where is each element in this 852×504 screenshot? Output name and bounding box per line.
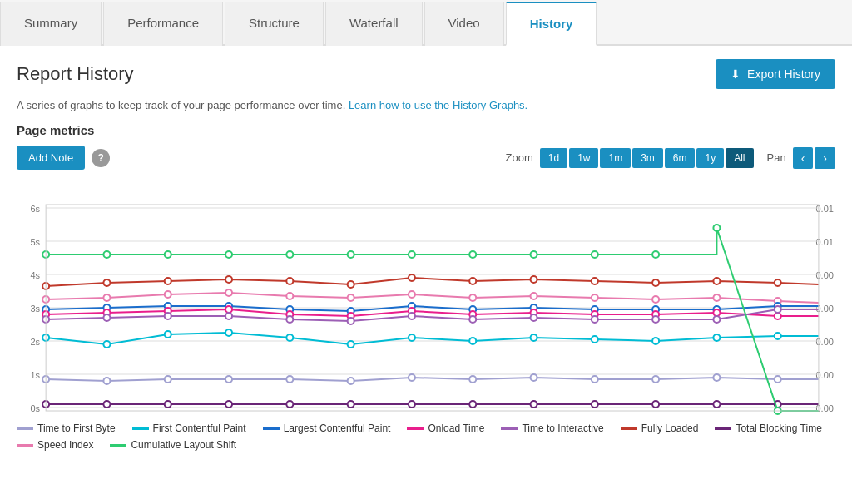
- svg-point-38: [286, 278, 293, 284]
- svg-point-107: [531, 334, 537, 341]
- add-note-button[interactable]: Add Note: [17, 146, 85, 170]
- svg-point-93: [469, 316, 476, 323]
- svg-point-136: [713, 401, 720, 408]
- svg-point-134: [592, 401, 598, 408]
- svg-point-46: [775, 279, 781, 286]
- chart-legend: Time to First Byte First Contentful Pain…: [17, 422, 835, 451]
- chart-area: 0s 1s 2s 3s 4s 5s 6s 0.00 0.00 0.00 0.00…: [17, 175, 835, 416]
- svg-point-129: [286, 401, 293, 408]
- svg-point-105: [409, 334, 415, 341]
- svg-text:Apr 10: Apr 10: [276, 414, 304, 416]
- svg-text:2s: 2s: [30, 337, 40, 347]
- svg-point-92: [409, 313, 415, 319]
- svg-point-148: [652, 251, 659, 258]
- legend-fcp: First Contentful Paint: [132, 422, 246, 434]
- help-button[interactable]: ?: [92, 149, 110, 167]
- svg-point-117: [348, 378, 354, 384]
- pan-right-button[interactable]: ›: [815, 147, 835, 169]
- svg-point-121: [592, 376, 598, 383]
- legend-tbt: Total Blocking Time: [715, 422, 821, 434]
- svg-point-120: [531, 374, 537, 381]
- zoom-1w[interactable]: 1w: [569, 148, 598, 168]
- svg-text:6s: 6s: [30, 204, 40, 214]
- svg-point-149: [713, 225, 720, 231]
- svg-point-132: [469, 401, 476, 408]
- legend-tti: Time to Interactive: [501, 422, 603, 434]
- tab-video[interactable]: Video: [424, 2, 504, 46]
- svg-point-91: [348, 318, 354, 324]
- svg-point-142: [286, 251, 293, 258]
- svg-point-53: [409, 291, 415, 298]
- svg-point-94: [531, 314, 537, 321]
- export-history-button[interactable]: ⬇ Export History: [716, 59, 835, 89]
- svg-point-89: [225, 313, 232, 319]
- legend-speed-index: Speed Index: [17, 439, 93, 451]
- svg-point-101: [165, 331, 171, 338]
- svg-text:4s: 4s: [30, 270, 40, 280]
- tab-history[interactable]: History: [506, 2, 597, 46]
- svg-point-106: [469, 338, 476, 344]
- svg-text:Apr 13: Apr 13: [459, 414, 487, 416]
- tab-waterfall[interactable]: Waterfall: [325, 2, 423, 46]
- pan-left-button[interactable]: ‹: [793, 147, 814, 169]
- svg-point-88: [165, 313, 171, 319]
- zoom-1d[interactable]: 1d: [540, 148, 567, 168]
- svg-point-104: [348, 341, 354, 348]
- legend-lcp: Largest Contentful Paint: [263, 422, 391, 434]
- svg-point-55: [531, 293, 537, 299]
- svg-point-109: [652, 338, 659, 344]
- tab-performance[interactable]: Performance: [103, 2, 223, 46]
- tab-summary[interactable]: Summary: [0, 2, 102, 46]
- svg-point-145: [469, 251, 476, 258]
- svg-point-119: [469, 376, 476, 383]
- legend-ttfb: Time to First Byte: [17, 422, 116, 434]
- export-button-label: Export History: [747, 67, 820, 81]
- svg-point-139: [103, 251, 110, 258]
- svg-text:0s: 0s: [30, 403, 40, 413]
- zoom-label: Zoom: [506, 151, 533, 164]
- zoom-1m[interactable]: 1m: [600, 148, 631, 168]
- svg-point-49: [165, 291, 171, 298]
- svg-text:Apr 09: Apr 09: [215, 414, 243, 416]
- svg-point-35: [103, 279, 110, 286]
- svg-point-57: [652, 296, 659, 303]
- svg-point-130: [348, 401, 354, 408]
- svg-point-124: [775, 376, 781, 383]
- main-content: Report History ⬇ Export History A series…: [0, 46, 852, 464]
- learn-more-link[interactable]: Learn how to use the History Graphs.: [349, 99, 528, 111]
- svg-point-116: [286, 376, 293, 383]
- svg-point-54: [469, 294, 476, 301]
- zoom-3m[interactable]: 3m: [632, 148, 663, 168]
- svg-point-118: [409, 374, 415, 381]
- svg-text:Apr 16: Apr 16: [642, 414, 670, 416]
- svg-point-144: [409, 251, 415, 258]
- svg-point-135: [652, 401, 659, 408]
- svg-text:Apr 11: Apr 11: [337, 414, 364, 416]
- svg-point-52: [348, 294, 354, 301]
- svg-point-42: [531, 276, 537, 283]
- zoom-1y[interactable]: 1y: [696, 148, 724, 168]
- legend-cls: Cumulative Layout Shift: [110, 439, 236, 451]
- svg-point-110: [713, 334, 720, 341]
- svg-point-131: [409, 401, 415, 408]
- svg-point-146: [531, 251, 537, 258]
- svg-point-114: [165, 376, 171, 383]
- svg-point-141: [225, 251, 232, 258]
- download-icon: ⬇: [731, 67, 741, 81]
- svg-point-51: [286, 293, 293, 299]
- svg-point-84: [713, 309, 720, 316]
- svg-point-140: [165, 251, 171, 258]
- svg-point-115: [225, 376, 232, 383]
- tab-structure[interactable]: Structure: [225, 2, 324, 46]
- svg-point-39: [348, 281, 354, 288]
- svg-text:Apr 08: Apr 08: [154, 414, 181, 416]
- zoom-all[interactable]: All: [726, 148, 753, 168]
- svg-point-87: [103, 314, 110, 321]
- svg-text:Apr 14: Apr 14: [520, 414, 547, 416]
- svg-point-98: [775, 306, 781, 313]
- legend-fully-loaded: Fully Loaded: [621, 422, 699, 434]
- svg-point-143: [348, 251, 354, 258]
- zoom-6m[interactable]: 6m: [665, 148, 696, 168]
- svg-point-90: [286, 316, 293, 323]
- svg-point-50: [225, 289, 232, 296]
